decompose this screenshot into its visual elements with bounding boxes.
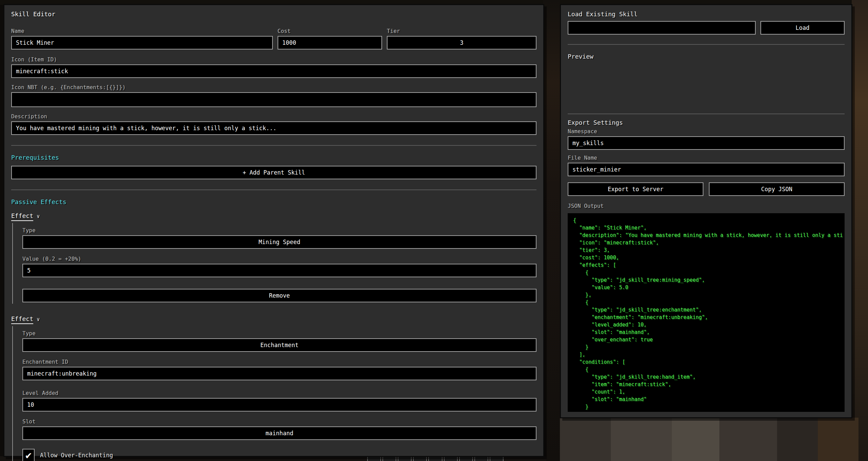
load-button[interactable]: Load <box>760 21 845 35</box>
export-to-server-button[interactable]: Export to Server <box>568 182 703 196</box>
effect-1-value-input[interactable] <box>22 264 536 277</box>
game-world-bottom <box>560 418 858 461</box>
load-existing-skill-heading: Load Existing Skill <box>568 11 845 18</box>
icon-id-label: Icon (Item ID) <box>11 56 536 63</box>
game-world-right <box>852 0 868 461</box>
effect-1-type-button[interactable]: Mining Speed <box>22 235 536 249</box>
effect-1-collapse-toggle[interactable]: Effect ∨ <box>11 212 40 221</box>
prerequisites-heading: Prerequisites <box>11 154 536 161</box>
namespace-input[interactable] <box>568 136 845 150</box>
namespace-label: Namespace <box>568 128 845 135</box>
icon-nbt-input[interactable] <box>11 92 536 107</box>
effect-2-group: Type Enchantment Enchantment ID Level Ad… <box>12 326 536 461</box>
preview-area <box>568 60 845 114</box>
skill-editor-panel: Skill Editor Name Cost Tier Icon (Item I… <box>3 4 544 457</box>
export-settings-heading: Export Settings <box>568 119 845 126</box>
effect-2-type-button[interactable]: Enchantment <box>22 338 536 352</box>
copy-json-button[interactable]: Copy JSON <box>709 182 845 196</box>
over-enchanting-row: ✔ Allow Over-Enchanting <box>22 449 536 461</box>
json-output-label: JSON Output <box>568 203 845 209</box>
slot-label: Slot <box>22 418 536 425</box>
name-label: Name <box>11 28 273 34</box>
over-enchanting-label: Allow Over-Enchanting <box>40 452 113 459</box>
enchantment-id-label: Enchantment ID <box>22 359 536 365</box>
effect-2-label: Effect <box>11 315 33 324</box>
cost-label: Cost <box>278 28 382 34</box>
description-input[interactable] <box>11 121 536 135</box>
effect-2-type-label: Type <box>22 330 536 337</box>
divider <box>11 189 536 190</box>
effect-1-value-label: Value (0.2 = +20%) <box>22 256 536 262</box>
file-name-label: File Name <box>568 155 845 161</box>
enchantment-id-input[interactable] <box>22 367 536 380</box>
tier-label: Tier <box>387 28 536 34</box>
passive-effects-heading: Passive Effects <box>11 198 536 205</box>
game-world-gap <box>543 0 560 461</box>
slot-button[interactable]: mainhand <box>22 426 536 440</box>
json-output-box: { "name": "Stick Miner", "description": … <box>568 213 845 412</box>
effect-1-type-label: Type <box>22 227 536 234</box>
icon-nbt-label: Icon NBT (e.g. {Enchantments:[{}]}) <box>11 84 536 91</box>
load-export-panel: Load Existing Skill Load Preview Export … <box>560 4 852 418</box>
divider <box>568 114 845 114</box>
effect-1-label: Effect <box>11 212 33 221</box>
preview-heading: Preview <box>568 53 845 60</box>
json-output-text: { "name": "Stick Miner", "description": … <box>573 217 839 412</box>
level-added-input[interactable] <box>22 398 536 412</box>
cost-input[interactable] <box>278 36 382 49</box>
name-input[interactable] <box>11 36 273 49</box>
effect-1-remove-button[interactable]: Remove <box>22 289 536 302</box>
page-title: Skill Editor <box>11 11 536 18</box>
divider <box>568 44 845 45</box>
load-skill-input[interactable] <box>568 21 756 35</box>
divider <box>11 145 536 146</box>
effect-1-group: Type Mining Speed Value (0.2 = +20%) Rem… <box>12 223 536 304</box>
check-icon: ✔ <box>25 449 32 461</box>
effect-2-collapse-toggle[interactable]: Effect ∨ <box>11 315 40 324</box>
chevron-down-icon: ∨ <box>37 213 40 219</box>
over-enchanting-checkbox[interactable]: ✔ <box>22 449 35 461</box>
level-added-label: Level Added <box>22 390 536 396</box>
chevron-down-icon: ∨ <box>37 316 40 322</box>
tier-input[interactable] <box>387 36 536 49</box>
add-parent-skill-button[interactable]: + Add Parent Skill <box>11 166 536 179</box>
icon-id-input[interactable] <box>11 64 536 78</box>
file-name-input[interactable] <box>568 163 845 176</box>
description-label: Description <box>11 113 536 120</box>
